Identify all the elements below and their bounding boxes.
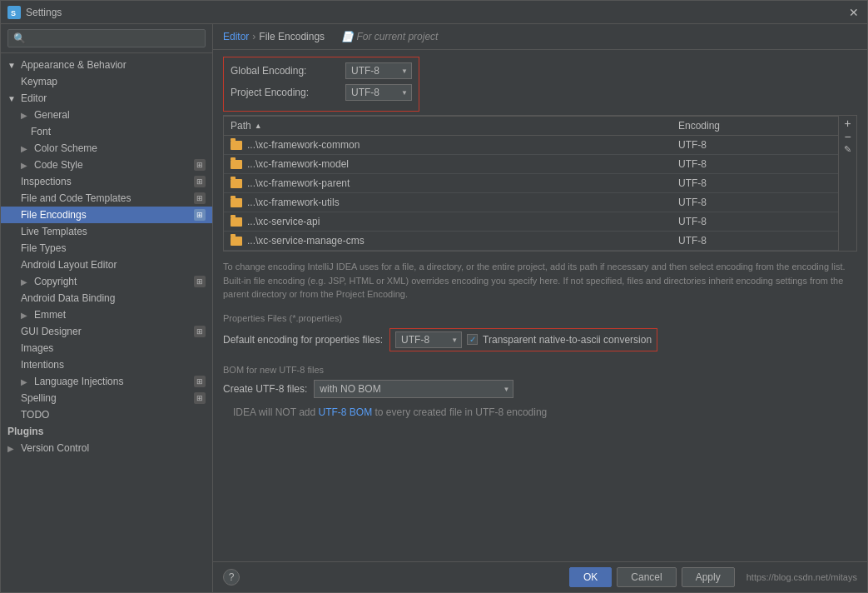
for-project-icon: 📄 xyxy=(341,31,354,42)
sidebar-item-label: File Types xyxy=(21,242,66,254)
breadcrumb-current: File Encodings xyxy=(259,31,325,42)
sidebar-item-copyright[interactable]: ▶ Copyright ⊞ xyxy=(1,273,212,290)
sidebar-item-appearance-behavior[interactable]: ▼ Appearance & Behavior xyxy=(1,57,212,73)
transparent-checkbox[interactable]: ✓ xyxy=(467,334,478,345)
badge-icon: ⊞ xyxy=(194,326,206,337)
search-input[interactable] xyxy=(7,29,206,47)
properties-section-label: Properties Files (*.properties) xyxy=(223,313,857,323)
table-row[interactable]: ...\xc-framework-parent UTF-8 xyxy=(224,174,838,193)
properties-row: Default encoding for properties files: U… xyxy=(223,328,857,351)
bom-note-suffix: to every created file in UTF-8 encoding xyxy=(375,406,548,418)
bom-row: Create UTF-8 files: with NO BOM xyxy=(223,380,857,398)
bom-note-link[interactable]: UTF-8 BOM xyxy=(318,406,372,418)
badge-icon: ⊞ xyxy=(194,392,206,404)
table-col-encoding[interactable]: Encoding xyxy=(672,117,838,135)
encoding-section: Global Encoding: UTF-8 Project Encoding:… xyxy=(213,50,867,115)
bom-select[interactable]: with NO BOM xyxy=(314,380,513,398)
expand-arrow-icon: ▶ xyxy=(21,111,31,120)
sidebar-item-file-and-code-templates[interactable]: File and Code Templates ⊞ xyxy=(1,190,212,207)
sidebar-item-font[interactable]: Font xyxy=(1,123,212,140)
sidebar-item-label: Appearance & Behavior xyxy=(21,59,126,71)
table-row[interactable]: ...\xc-framework-common UTF-8 xyxy=(224,136,838,155)
properties-highlight-box: UTF-8 ✓ Transparent native-to-ascii conv… xyxy=(389,328,657,351)
sidebar-item-version-control[interactable]: ▶ Version Control xyxy=(1,440,212,456)
sidebar-item-emmet[interactable]: ▶ Emmet xyxy=(1,306,212,323)
sidebar-item-file-types[interactable]: File Types xyxy=(1,240,212,257)
sidebar-item-file-encodings[interactable]: File Encodings ⊞ xyxy=(1,207,212,223)
sidebar-item-intentions[interactable]: Intentions xyxy=(1,356,212,373)
badge-icon: ⊞ xyxy=(194,276,206,287)
transparent-label: Transparent native-to-ascii conversion xyxy=(483,334,652,346)
project-encoding-row: Project Encoding: UTF-8 xyxy=(231,84,412,101)
close-button[interactable]: ✕ xyxy=(847,6,861,19)
bom-select-wrapper: with NO BOM xyxy=(314,380,513,398)
table-cell-encoding: UTF-8 xyxy=(672,174,838,192)
sidebar-item-editor[interactable]: ▼ Editor xyxy=(1,90,212,107)
expand-arrow-icon: ▶ xyxy=(21,144,31,153)
add-row-button[interactable]: + xyxy=(844,117,851,129)
sidebar-item-general[interactable]: ▶ General xyxy=(1,107,212,123)
sidebar-item-plugins[interactable]: Plugins xyxy=(1,423,212,440)
table-cell-path: ...\xc-framework-utils xyxy=(224,193,672,212)
edit-row-button[interactable]: ✎ xyxy=(844,144,851,155)
sidebar-item-android-layout-editor[interactable]: Android Layout Editor xyxy=(1,257,212,273)
table-row[interactable]: ...\xc-service-api UTF-8 xyxy=(224,212,838,232)
table-cell-encoding: UTF-8 xyxy=(672,232,838,250)
table-col-path[interactable]: Path ▲ xyxy=(224,117,672,135)
sidebar-item-todo[interactable]: TODO xyxy=(1,406,212,423)
table-row[interactable]: ...\xc-service-manage-cms UTF-8 xyxy=(224,232,838,251)
sidebar-item-live-templates[interactable]: Live Templates xyxy=(1,223,212,240)
sidebar-item-code-style[interactable]: ▶ Code Style ⊞ xyxy=(1,157,212,173)
bom-section: BOM for new UTF-8 files Create UTF-8 fil… xyxy=(213,361,867,425)
sidebar-item-language-injections[interactable]: ▶ Language Injections ⊞ xyxy=(1,373,212,390)
global-encoding-select[interactable]: UTF-8 xyxy=(345,62,412,79)
cancel-button[interactable]: Cancel xyxy=(617,567,676,587)
table-row[interactable]: ...\xc-framework-utils UTF-8 xyxy=(224,193,838,212)
main-panel: Editor › File Encodings 📄 For current pr… xyxy=(213,24,867,592)
project-encoding-select-wrapper: UTF-8 xyxy=(345,84,412,101)
sidebar-item-images[interactable]: Images xyxy=(1,340,212,356)
expand-arrow-icon: ▼ xyxy=(7,94,17,103)
help-button[interactable]: ? xyxy=(223,569,240,586)
global-encoding-select-wrapper: UTF-8 xyxy=(345,62,412,79)
sidebar-item-color-scheme[interactable]: ▶ Color Scheme xyxy=(1,140,212,157)
sidebar-item-label: Live Templates xyxy=(21,226,87,237)
sidebar-item-inspections[interactable]: Inspections ⊞ xyxy=(1,173,212,190)
breadcrumb-separator: › xyxy=(252,31,255,42)
sidebar-item-label: Inspections xyxy=(21,176,72,187)
sidebar-item-label: Emmet xyxy=(34,309,66,321)
remove-row-button[interactable]: − xyxy=(844,131,851,142)
table-row[interactable]: ...\xc-framework-model UTF-8 xyxy=(224,155,838,174)
window-title: Settings xyxy=(26,7,847,18)
file-table: Path ▲ Encoding ...\xc-framework-common xyxy=(224,116,838,251)
bottom-buttons: OK Cancel Apply https://blog.csdn.net/mi… xyxy=(569,567,857,587)
sidebar-item-keymap[interactable]: Keymap xyxy=(1,73,212,90)
table-cell-path: ...\xc-framework-model xyxy=(224,155,672,173)
ok-button[interactable]: OK xyxy=(569,567,612,587)
expand-arrow-icon: ▶ xyxy=(21,161,31,170)
bom-create-label: Create UTF-8 files: xyxy=(223,383,307,395)
bom-section-label: BOM for new UTF-8 files xyxy=(223,365,857,375)
breadcrumb-editor-link[interactable]: Editor xyxy=(223,31,249,42)
sidebar-item-label: Color Scheme xyxy=(34,142,97,154)
badge-icon: ⊞ xyxy=(194,159,206,171)
table-cell-path: ...\xc-service-api xyxy=(224,212,672,231)
sidebar-item-label: Code Style xyxy=(34,159,83,171)
project-encoding-label: Project Encoding: xyxy=(231,87,339,98)
project-encoding-select[interactable]: UTF-8 xyxy=(345,84,412,101)
properties-encoding-select[interactable]: UTF-8 xyxy=(395,331,462,348)
default-encoding-label: Default encoding for properties files: xyxy=(223,334,383,346)
bom-note-prefix: IDEA will NOT add xyxy=(233,406,318,418)
table-cell-encoding: UTF-8 xyxy=(672,136,838,154)
table-body: ...\xc-framework-common UTF-8 ...\xc-fra… xyxy=(224,136,838,251)
sidebar-item-label: Plugins xyxy=(7,426,43,437)
badge-icon: ⊞ xyxy=(194,192,206,204)
properties-section: Properties Files (*.properties) Default … xyxy=(213,310,867,361)
global-encoding-row: Global Encoding: UTF-8 xyxy=(231,62,412,79)
title-bar: S Settings ✕ xyxy=(1,1,867,24)
sidebar-item-android-data-binding[interactable]: Android Data Binding xyxy=(1,290,212,306)
sidebar-item-spelling[interactable]: Spelling ⊞ xyxy=(1,390,212,406)
sidebar-item-label: Images xyxy=(21,342,53,354)
sidebar-item-gui-designer[interactable]: GUI Designer ⊞ xyxy=(1,323,212,340)
apply-button[interactable]: Apply xyxy=(682,567,735,587)
